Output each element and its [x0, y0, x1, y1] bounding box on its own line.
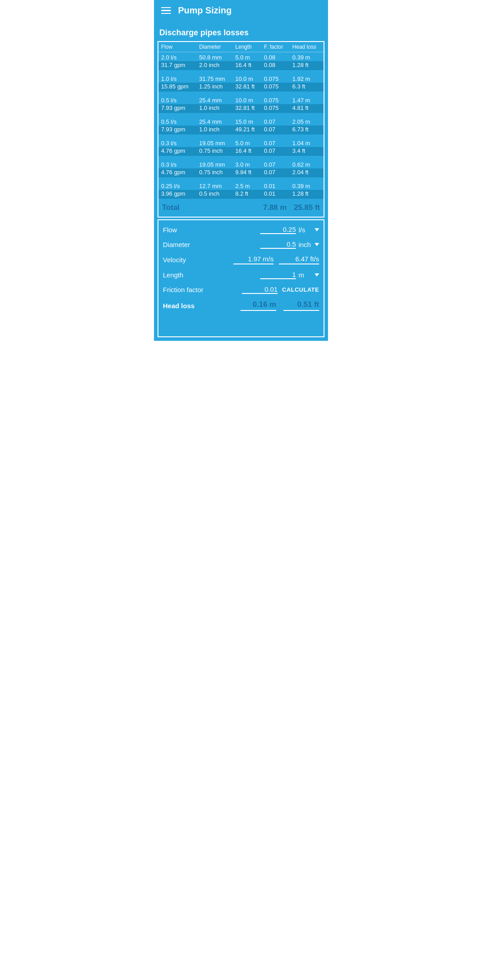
cell-flow-i: 4.76 gpm	[158, 168, 196, 177]
cell-len-m: 3.0 m	[233, 159, 261, 168]
cell-ff-i: 0.075	[262, 83, 290, 92]
length-row: Length m	[163, 271, 319, 279]
cell-flow-i: 3.96 gpm	[158, 190, 196, 199]
main-content: Discharge pipes losses Flow Diameter Len…	[154, 21, 328, 341]
cell-len-i: 8.2 ft	[233, 190, 261, 199]
cell-ff-m: 0.01	[262, 181, 290, 190]
flow-unit-dropdown[interactable]	[315, 228, 319, 231]
cell-hl-i: 4.81 ft	[290, 104, 324, 113]
table-row[interactable]: 0.25 l/s 12.7 mm 2.5 m 0.01 0.39 m	[158, 181, 324, 190]
friction-input[interactable]	[242, 285, 278, 294]
diameter-row: Diameter inch	[163, 240, 319, 249]
table-row[interactable]: 4.76 gpm 0.75 inch 16.4 ft 0.07 3.4 ft	[158, 147, 324, 156]
add-button[interactable]: ADD	[233, 322, 249, 329]
table-row[interactable]: 0.5 l/s 25.4 mm 15.0 m 0.07 2.05 m	[158, 117, 324, 126]
diameter-input[interactable]	[260, 240, 296, 249]
cell-diam-m: 19.05 mm	[196, 159, 233, 168]
flow-input[interactable]	[260, 226, 296, 234]
cell-len-m: 10.0 m	[233, 74, 261, 83]
cell-flow-i: 4.76 gpm	[158, 147, 196, 156]
table-row[interactable]: 0.3 l/s 19.05 mm 5.0 m 0.07 1.04 m	[158, 138, 324, 147]
table-row-spacer	[158, 177, 324, 181]
cell-diam-i: 1.0 inch	[196, 104, 233, 113]
cell-flow-m: 0.25 l/s	[158, 181, 196, 190]
table-row-spacer	[158, 156, 324, 159]
cell-ff-i: 0.07	[262, 147, 290, 156]
table-row[interactable]: 0.3 l/s 19.05 mm 3.0 m 0.07 0.62 m	[158, 159, 324, 168]
cell-flow-m: 0.3 l/s	[158, 159, 196, 168]
cell-hl-m: 0.39 m	[290, 52, 324, 62]
cell-ff-i: 0.07	[262, 126, 290, 134]
cell-ff-m: 0.075	[262, 95, 290, 104]
cell-diam-i: 2.0 inch	[196, 61, 233, 70]
diameter-unit-dropdown[interactable]	[315, 243, 319, 246]
cell-hl-i: 2.04 ft	[290, 168, 324, 177]
cell-len-m: 5.0 m	[233, 52, 261, 62]
cell-diam-i: 1.25 inch	[196, 83, 233, 92]
table-row-spacer	[158, 70, 324, 74]
app-title: Pump Sizing	[178, 5, 232, 16]
velocity-label: Velocity	[163, 256, 208, 264]
cell-flow-i: 7.93 gpm	[158, 126, 196, 134]
friction-label: Friction factor	[163, 286, 208, 293]
table-row-spacer	[158, 92, 324, 95]
table-row[interactable]: 2.0 l/s 50.8 mm 5.0 m 0.08 0.39 m	[158, 52, 324, 62]
table-header-row: Flow Diameter Length F. factor Head loss	[158, 42, 324, 52]
table-row[interactable]: 15.85 gpm 1.25 inch 32.81 ft 0.075 6.3 f…	[158, 83, 324, 92]
table-row-spacer	[158, 113, 324, 117]
cell-len-i: 16.4 ft	[233, 61, 261, 70]
table-row[interactable]: 0.5 l/s 25.4 mm 10.0 m 0.075 1.47 m	[158, 95, 324, 104]
cell-ff-m: 0.07	[262, 117, 290, 126]
section-title: Discharge pipes losses	[158, 25, 324, 41]
cell-len-m: 5.0 m	[233, 138, 261, 147]
velocity-metric: 1.97 m/s	[233, 255, 274, 264]
diameter-label: Diameter	[163, 241, 208, 248]
table-row[interactable]: 31.7 gpm 2.0 inch 16.4 ft 0.08 1.28 ft	[158, 61, 324, 70]
velocity-imperial: 6.47 ft/s	[279, 255, 319, 264]
head-loss-values: 0.16 m 0.51 ft	[208, 300, 319, 311]
table-row[interactable]: 7.93 gpm 1.0 inch 32.81 ft 0.075 4.81 ft	[158, 104, 324, 113]
cell-flow-m: 0.5 l/s	[158, 95, 196, 104]
cell-hl-i: 6.3 ft	[290, 83, 324, 92]
menu-button[interactable]	[161, 7, 171, 14]
cell-diam-i: 0.75 inch	[196, 168, 233, 177]
cell-hl-i: 3.4 ft	[290, 147, 324, 156]
total-value-metric: 7.88 m	[263, 203, 287, 212]
diameter-dropdown-arrow	[315, 243, 319, 246]
friction-row: Friction factor CALCULATE	[163, 285, 319, 294]
cell-hl-m: 1.47 m	[290, 95, 324, 104]
cell-ff-i: 0.08	[262, 61, 290, 70]
head-loss-label: Head loss	[163, 302, 208, 310]
col-length: Length	[233, 42, 261, 52]
table-row[interactable]: 1.0 l/s 31.75 mm 10.0 m 0.075 1.92 m	[158, 74, 324, 83]
cell-flow-m: 0.5 l/s	[158, 117, 196, 126]
length-label: Length	[163, 271, 208, 279]
cell-hl-m: 2.05 m	[290, 117, 324, 126]
length-unit-dropdown[interactable]	[315, 273, 319, 276]
velocity-row: Velocity 1.97 m/s 6.47 ft/s	[163, 255, 319, 264]
calculate-button[interactable]: CALCULATE	[282, 286, 319, 293]
diameter-inputs: inch	[208, 240, 319, 249]
table-row-spacer	[158, 134, 324, 138]
total-values: 7.88 m 25.85 ft	[263, 203, 320, 212]
flow-row: Flow l/s	[163, 226, 319, 234]
cell-len-m: 10.0 m	[233, 95, 261, 104]
cell-diam-m: 19.05 mm	[196, 138, 233, 147]
length-inputs: m	[208, 271, 319, 279]
col-ffactor: F. factor	[262, 42, 290, 52]
diameter-unit: inch	[299, 241, 312, 248]
cell-ff-m: 0.07	[262, 138, 290, 147]
cell-flow-m: 1.0 l/s	[158, 74, 196, 83]
table-row[interactable]: 4.76 gpm 0.75 inch 9.84 ft 0.07 2.04 ft	[158, 168, 324, 177]
cell-len-i: 16.4 ft	[233, 147, 261, 156]
length-unit: m	[299, 271, 312, 279]
cell-ff-i: 0.01	[262, 190, 290, 199]
cell-flow-m: 2.0 l/s	[158, 52, 196, 62]
head-loss-imperial: 0.51 ft	[283, 300, 319, 311]
cell-len-m: 2.5 m	[233, 181, 261, 190]
table-row[interactable]: 7.93 gpm 1.0 inch 49.21 ft 0.07 6.73 ft	[158, 126, 324, 134]
length-input[interactable]	[260, 271, 296, 279]
cell-len-i: 49.21 ft	[233, 126, 261, 134]
cell-len-i: 32.81 ft	[233, 83, 261, 92]
table-row[interactable]: 3.96 gpm 0.5 inch 8.2 ft 0.01 1.28 ft	[158, 190, 324, 199]
